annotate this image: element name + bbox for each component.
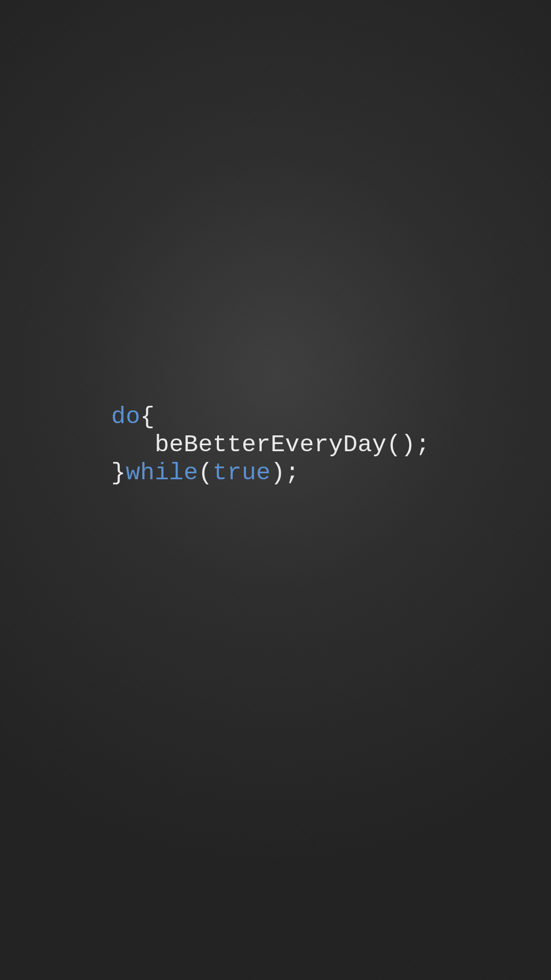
literal-true: true xyxy=(213,459,271,486)
brace-close: } xyxy=(111,459,126,486)
function-call: beBetterEveryDay(); xyxy=(155,431,430,458)
indent xyxy=(111,431,155,458)
paren-open: ( xyxy=(198,459,212,486)
keyword-do: do xyxy=(111,403,140,430)
brace-open: { xyxy=(140,403,155,430)
paren-close-semi: ); xyxy=(270,459,299,486)
keyword-while: while xyxy=(126,459,198,486)
code-snippet: do{ beBetterEveryDay(); }while(true); xyxy=(111,403,430,487)
